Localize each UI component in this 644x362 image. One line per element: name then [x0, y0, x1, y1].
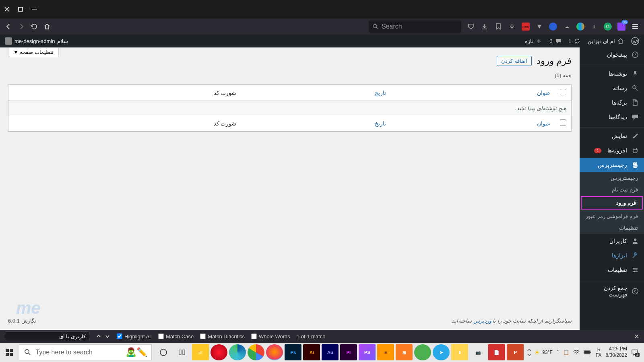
- forward-button[interactable]: [18, 23, 25, 30]
- submenu-registerpress-main[interactable]: رجیسترپرس: [580, 172, 644, 184]
- reload-button[interactable]: [31, 23, 38, 30]
- submenu-login-form[interactable]: فرم ورود: [581, 196, 643, 210]
- find-in-page-bar: Highlight All Match Case Match Diacritic…: [0, 330, 644, 343]
- app-edge-icon[interactable]: [229, 344, 246, 360]
- task-view-button[interactable]: [155, 344, 172, 360]
- minimize-button[interactable]: [31, 6, 37, 12]
- app-phpstorm-icon[interactable]: PS: [359, 344, 376, 360]
- find-close-button[interactable]: ✕: [634, 333, 639, 340]
- match-case-checkbox[interactable]: Match Case: [158, 333, 194, 339]
- wordpress-link[interactable]: وردپرس: [473, 318, 491, 324]
- menu-pages[interactable]: برگه‌ها: [580, 95, 644, 110]
- submenu-settings[interactable]: تنظیمات: [580, 222, 644, 234]
- app-premiere-icon[interactable]: Pr: [340, 344, 357, 360]
- home-button[interactable]: [43, 23, 51, 30]
- highlight-all-checkbox[interactable]: Highlight All: [117, 333, 152, 339]
- menu-plugins[interactable]: افزونه‌ها 1: [580, 143, 644, 158]
- menu-hamburger-icon[interactable]: [631, 23, 639, 31]
- col-title-header[interactable]: عنوان: [391, 85, 555, 101]
- menu-media[interactable]: رسانه: [580, 81, 644, 95]
- comments-link[interactable]: 0: [549, 38, 561, 44]
- select-all-header[interactable]: [555, 85, 571, 101]
- app-dl-icon[interactable]: ⬇: [451, 344, 468, 360]
- extension-cloud-icon[interactable]: ☁: [563, 23, 571, 31]
- menu-users[interactable]: کاربران: [580, 234, 644, 248]
- select-all-footer[interactable]: [555, 115, 571, 132]
- tray-battery-icon[interactable]: [584, 350, 592, 355]
- app-opera-icon[interactable]: [211, 344, 227, 360]
- menu-label: نمایش: [612, 133, 627, 139]
- submenu-forgot-form[interactable]: فرم فراموشی رمز عبور: [580, 210, 644, 222]
- tray-expand-icon[interactable]: ˄: [557, 350, 559, 355]
- app-explorer-icon[interactable]: 📁: [192, 344, 209, 360]
- filter-all[interactable]: همه (0): [8, 72, 572, 78]
- app-sublime-icon[interactable]: ≡: [377, 344, 394, 360]
- find-next-button[interactable]: [105, 333, 110, 339]
- wp-logo[interactable]: [631, 37, 639, 45]
- menu-registerpress[interactable]: MED رجیسترپرس: [580, 158, 644, 172]
- extension-circle-1-icon[interactable]: [549, 23, 557, 31]
- app-firefox-icon[interactable]: [266, 344, 283, 360]
- col-title-footer[interactable]: عنوان: [391, 115, 555, 132]
- menu-appearance[interactable]: نمایش: [580, 129, 644, 143]
- menu-tools[interactable]: ابزارها: [580, 248, 644, 263]
- downloads-icon[interactable]: [481, 23, 489, 31]
- user-menu[interactable]: سلام me-design-admin: [5, 37, 68, 45]
- save-pocket-icon[interactable]: [467, 23, 475, 31]
- app-illustrator-icon[interactable]: Ai: [303, 344, 320, 360]
- submenu-signup-form[interactable]: فرم ثبت نام: [580, 184, 644, 195]
- app-chrome-icon[interactable]: [248, 344, 264, 360]
- updates-link[interactable]: 1: [569, 38, 580, 44]
- back-button[interactable]: [5, 23, 12, 30]
- app-green-icon[interactable]: [414, 344, 431, 360]
- app-audition-icon[interactable]: Au: [322, 344, 339, 360]
- tray-language[interactable]: فاFA: [596, 347, 602, 358]
- extension-g-icon[interactable]: G: [604, 23, 612, 31]
- menu-collapse[interactable]: جمع کردن فهرست: [580, 282, 644, 301]
- tray-notifications-icon[interactable]: 4: [631, 349, 638, 356]
- find-result-label: 1 of 1 match: [297, 333, 326, 339]
- extension-purple-icon[interactable]: 36: [617, 23, 625, 31]
- find-prev-button[interactable]: [96, 333, 101, 339]
- add-new-button[interactable]: اضافه کردن: [497, 56, 532, 66]
- menu-settings[interactable]: تنظیمات: [580, 263, 644, 277]
- menu-dashboard[interactable]: پیشخوان: [580, 47, 644, 62]
- app-photoshop-icon[interactable]: Ps: [285, 344, 301, 360]
- site-name-link[interactable]: ام ای دیزاین: [588, 38, 624, 44]
- taskbar-search[interactable]: Type here to search 🧟‍♂️✏️: [19, 344, 152, 360]
- menu-label: پیشخوان: [607, 51, 627, 58]
- find-input[interactable]: [5, 331, 89, 341]
- whole-words-checkbox[interactable]: Whole Words: [251, 333, 290, 339]
- tray-wifi-icon[interactable]: [573, 350, 580, 355]
- new-content-link[interactable]: تازه: [525, 38, 542, 44]
- download-arrow-icon[interactable]: [508, 23, 516, 31]
- screen-options-toggle[interactable]: تنظیمات صفحه ▼: [8, 47, 59, 57]
- app-xampp-icon[interactable]: ⊞: [396, 344, 413, 360]
- maximize-button[interactable]: [18, 6, 23, 12]
- menu-posts[interactable]: نوشته‌ها: [580, 66, 644, 81]
- weather-widget[interactable]: ☀ 93°F: [534, 349, 552, 356]
- extension-new-icon[interactable]: New: [522, 23, 530, 31]
- app-telegram-icon[interactable]: ➤: [433, 344, 450, 360]
- extension-v-icon[interactable]: ▼: [535, 23, 543, 31]
- taskbar-overflow-icon[interactable]: [525, 344, 533, 360]
- extension-leaf-icon[interactable]: [576, 23, 584, 31]
- browser-search[interactable]: Search: [369, 21, 461, 33]
- home-icon: [617, 38, 624, 44]
- diacritics-checkbox[interactable]: Match Diacritics: [200, 333, 245, 339]
- tray-clock[interactable]: 4:25 PM8/30/2022: [606, 346, 627, 358]
- menu-comments[interactable]: دیدگاه‌ها: [580, 110, 644, 124]
- app-powerpoint-icon[interactable]: P: [507, 344, 524, 360]
- bookmark-icon[interactable]: [494, 23, 502, 31]
- start-button[interactable]: [0, 343, 18, 362]
- no-items-message: هیچ نوشته‌ای پیدا نشد.: [8, 101, 571, 115]
- svg-point-11: [634, 271, 635, 272]
- col-date-header[interactable]: تاریخ: [242, 85, 391, 101]
- extension-bars-icon[interactable]: ⦀: [590, 23, 598, 31]
- close-button[interactable]: [4, 6, 10, 12]
- app-pdf-icon[interactable]: 📄: [488, 344, 505, 360]
- tray-clipboard-icon[interactable]: 📋: [563, 350, 569, 355]
- app-camera-icon[interactable]: 📷: [470, 344, 487, 360]
- col-date-footer[interactable]: تاریخ: [242, 115, 391, 132]
- task-timeline-button[interactable]: [173, 344, 190, 360]
